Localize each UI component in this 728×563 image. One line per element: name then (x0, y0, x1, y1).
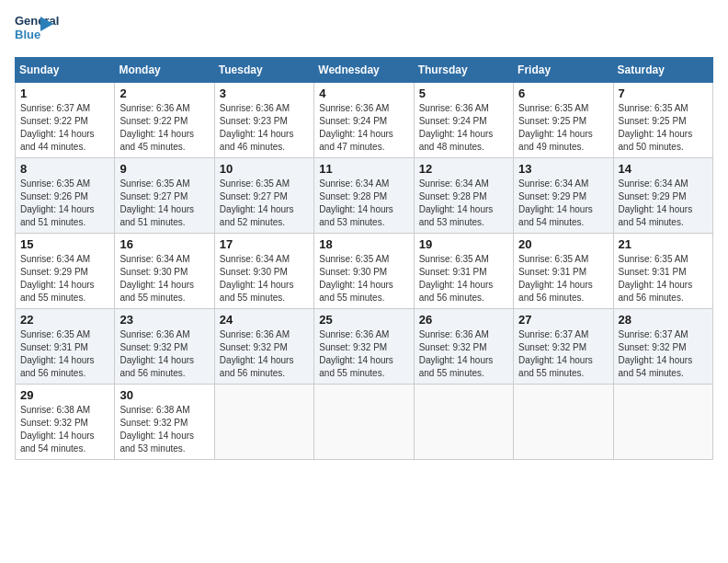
day-number: 23 (119, 313, 209, 327)
day-info: Sunrise: 6:35 AM Sunset: 9:31 PM Dayligh… (619, 253, 708, 304)
day-info: Sunrise: 6:35 AM Sunset: 9:31 PM Dayligh… (419, 253, 508, 304)
day-number: 3 (220, 86, 309, 100)
day-number: 2 (119, 86, 209, 100)
day-number: 12 (419, 162, 508, 176)
calendar-cell: 9 Sunrise: 6:35 AM Sunset: 9:27 PM Dayli… (115, 158, 214, 234)
day-info: Sunrise: 6:35 AM Sunset: 9:25 PM Dayligh… (619, 102, 708, 154)
day-number: 16 (119, 237, 209, 251)
day-number: 10 (220, 162, 309, 176)
weekday-monday: Monday (115, 58, 214, 83)
day-info: Sunrise: 6:36 AM Sunset: 9:32 PM Dayligh… (319, 328, 408, 380)
day-number: 9 (119, 162, 209, 176)
weekday-friday: Friday (514, 58, 613, 83)
calendar-cell: 6 Sunrise: 6:35 AM Sunset: 9:25 PM Dayli… (514, 83, 613, 158)
weekday-wednesday: Wednesday (314, 58, 414, 83)
day-info: Sunrise: 6:37 AM Sunset: 9:32 PM Dayligh… (619, 328, 708, 380)
calendar-cell: 14 Sunrise: 6:34 AM Sunset: 9:29 PM Dayl… (613, 158, 712, 234)
calendar-cell: 4 Sunrise: 6:36 AM Sunset: 9:24 PM Dayli… (314, 83, 414, 158)
day-info: Sunrise: 6:34 AM Sunset: 9:28 PM Dayligh… (319, 178, 408, 229)
weekday-sunday: Sunday (16, 58, 115, 83)
day-info: Sunrise: 6:36 AM Sunset: 9:23 PM Dayligh… (220, 102, 309, 154)
day-number: 28 (619, 313, 708, 327)
calendar-cell: 29 Sunrise: 6:38 AM Sunset: 9:32 PM Dayl… (16, 385, 115, 460)
calendar-cell: 30 Sunrise: 6:38 AM Sunset: 9:32 PM Dayl… (115, 385, 214, 460)
calendar-cell: 2 Sunrise: 6:36 AM Sunset: 9:22 PM Dayli… (115, 83, 214, 158)
calendar-week-4: 22 Sunrise: 6:35 AM Sunset: 9:31 PM Dayl… (16, 309, 713, 385)
day-info: Sunrise: 6:38 AM Sunset: 9:32 PM Dayligh… (119, 404, 209, 455)
calendar-cell: 20 Sunrise: 6:35 AM Sunset: 9:31 PM Dayl… (514, 234, 613, 309)
weekday-saturday: Saturday (613, 58, 712, 83)
day-number: 21 (619, 237, 708, 251)
day-info: Sunrise: 6:35 AM Sunset: 9:30 PM Dayligh… (319, 253, 408, 304)
calendar-cell: 26 Sunrise: 6:36 AM Sunset: 9:32 PM Dayl… (414, 309, 513, 385)
calendar-table: SundayMondayTuesdayWednesdayThursdayFrid… (15, 57, 713, 460)
day-number: 27 (518, 313, 608, 327)
day-info: Sunrise: 6:35 AM Sunset: 9:25 PM Dayligh… (518, 102, 608, 154)
svg-marker-0 (40, 17, 53, 31)
calendar-cell: 16 Sunrise: 6:34 AM Sunset: 9:30 PM Dayl… (115, 234, 214, 309)
day-number: 26 (419, 313, 508, 327)
day-info: Sunrise: 6:35 AM Sunset: 9:31 PM Dayligh… (20, 328, 109, 380)
day-info: Sunrise: 6:34 AM Sunset: 9:30 PM Dayligh… (220, 253, 309, 304)
logo: General Blue (15, 15, 48, 48)
day-info: Sunrise: 6:34 AM Sunset: 9:28 PM Dayligh… (419, 178, 508, 229)
day-info: Sunrise: 6:35 AM Sunset: 9:27 PM Dayligh… (119, 178, 209, 229)
calendar-cell: 23 Sunrise: 6:36 AM Sunset: 9:32 PM Dayl… (115, 309, 214, 385)
day-info: Sunrise: 6:34 AM Sunset: 9:29 PM Dayligh… (619, 178, 708, 229)
calendar-cell: 11 Sunrise: 6:34 AM Sunset: 9:28 PM Dayl… (314, 158, 414, 234)
day-number: 18 (319, 237, 408, 251)
day-info: Sunrise: 6:36 AM Sunset: 9:32 PM Dayligh… (119, 328, 209, 380)
weekday-tuesday: Tuesday (214, 58, 313, 83)
calendar-cell (613, 385, 712, 460)
calendar-cell: 5 Sunrise: 6:36 AM Sunset: 9:24 PM Dayli… (414, 83, 513, 158)
calendar-week-1: 1 Sunrise: 6:37 AM Sunset: 9:22 PM Dayli… (16, 83, 713, 158)
calendar-cell: 7 Sunrise: 6:35 AM Sunset: 9:25 PM Dayli… (613, 83, 712, 158)
page-header: General Blue (15, 15, 713, 48)
day-info: Sunrise: 6:36 AM Sunset: 9:32 PM Dayligh… (419, 328, 508, 380)
day-info: Sunrise: 6:36 AM Sunset: 9:22 PM Dayligh… (119, 102, 209, 154)
calendar-body: 1 Sunrise: 6:37 AM Sunset: 9:22 PM Dayli… (16, 83, 713, 460)
day-info: Sunrise: 6:34 AM Sunset: 9:30 PM Dayligh… (119, 253, 209, 304)
day-number: 24 (220, 313, 309, 327)
calendar-cell: 19 Sunrise: 6:35 AM Sunset: 9:31 PM Dayl… (414, 234, 513, 309)
day-number: 14 (619, 162, 708, 176)
day-number: 5 (419, 86, 508, 100)
calendar-cell (314, 385, 414, 460)
calendar-cell: 18 Sunrise: 6:35 AM Sunset: 9:30 PM Dayl… (314, 234, 414, 309)
calendar-cell: 17 Sunrise: 6:34 AM Sunset: 9:30 PM Dayl… (214, 234, 313, 309)
day-number: 8 (20, 162, 109, 176)
day-info: Sunrise: 6:34 AM Sunset: 9:29 PM Dayligh… (518, 178, 608, 229)
calendar-cell: 21 Sunrise: 6:35 AM Sunset: 9:31 PM Dayl… (613, 234, 712, 309)
day-info: Sunrise: 6:36 AM Sunset: 9:32 PM Dayligh… (220, 328, 309, 380)
day-info: Sunrise: 6:35 AM Sunset: 9:31 PM Dayligh… (518, 253, 608, 304)
day-number: 22 (20, 313, 109, 327)
calendar-cell (414, 385, 513, 460)
day-number: 19 (419, 237, 508, 251)
calendar-cell: 10 Sunrise: 6:35 AM Sunset: 9:27 PM Dayl… (214, 158, 313, 234)
day-info: Sunrise: 6:37 AM Sunset: 9:32 PM Dayligh… (518, 328, 608, 380)
calendar-cell (514, 385, 613, 460)
day-number: 17 (220, 237, 309, 251)
calendar-cell: 15 Sunrise: 6:34 AM Sunset: 9:29 PM Dayl… (16, 234, 115, 309)
day-number: 6 (518, 86, 608, 100)
calendar-week-2: 8 Sunrise: 6:35 AM Sunset: 9:26 PM Dayli… (16, 158, 713, 234)
day-number: 4 (319, 86, 408, 100)
calendar-week-3: 15 Sunrise: 6:34 AM Sunset: 9:29 PM Dayl… (16, 234, 713, 309)
calendar-cell: 12 Sunrise: 6:34 AM Sunset: 9:28 PM Dayl… (414, 158, 513, 234)
day-number: 7 (619, 86, 708, 100)
day-number: 15 (20, 237, 109, 251)
day-number: 25 (319, 313, 408, 327)
calendar-cell: 22 Sunrise: 6:35 AM Sunset: 9:31 PM Dayl… (16, 309, 115, 385)
day-info: Sunrise: 6:35 AM Sunset: 9:27 PM Dayligh… (220, 178, 309, 229)
calendar-cell: 25 Sunrise: 6:36 AM Sunset: 9:32 PM Dayl… (314, 309, 414, 385)
calendar-week-5: 29 Sunrise: 6:38 AM Sunset: 9:32 PM Dayl… (16, 385, 713, 460)
day-info: Sunrise: 6:35 AM Sunset: 9:26 PM Dayligh… (20, 178, 109, 229)
calendar-cell: 13 Sunrise: 6:34 AM Sunset: 9:29 PM Dayl… (514, 158, 613, 234)
day-number: 29 (20, 388, 109, 402)
calendar-cell: 27 Sunrise: 6:37 AM Sunset: 9:32 PM Dayl… (514, 309, 613, 385)
weekday-header-row: SundayMondayTuesdayWednesdayThursdayFrid… (16, 58, 713, 83)
day-number: 20 (518, 237, 608, 251)
calendar-cell: 8 Sunrise: 6:35 AM Sunset: 9:26 PM Dayli… (16, 158, 115, 234)
calendar-cell: 1 Sunrise: 6:37 AM Sunset: 9:22 PM Dayli… (16, 83, 115, 158)
calendar-cell (214, 385, 313, 460)
